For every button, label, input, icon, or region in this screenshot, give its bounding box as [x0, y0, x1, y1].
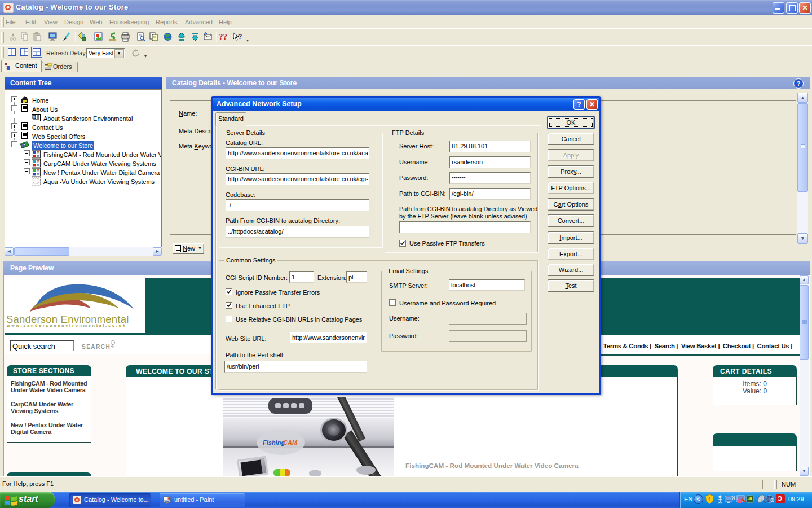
- svg-text:!: !: [708, 496, 710, 502]
- svg-text:CAM: CAM: [283, 439, 298, 446]
- svg-text:??: ??: [219, 32, 227, 41]
- svg-text:?: ?: [238, 33, 242, 41]
- svg-text:a: a: [770, 497, 774, 503]
- svg-text:Fishing: Fishing: [263, 439, 285, 446]
